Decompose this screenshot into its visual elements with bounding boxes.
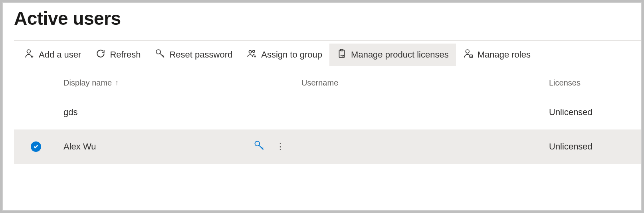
person-role-icon — [463, 48, 474, 61]
clipboard-icon — [337, 48, 347, 61]
refresh-icon — [95, 48, 106, 61]
licenses-cell: Unlicensed — [549, 107, 592, 117]
svg-point-2 — [249, 50, 252, 53]
column-licenses-label: Licenses — [549, 78, 581, 87]
sort-ascending-icon: ↑ — [115, 79, 119, 87]
display-name-cell: Alex Wu — [63, 141, 96, 152]
admin-panel: Active users Add a user — [2, 2, 642, 211]
refresh-button[interactable]: Refresh — [88, 44, 148, 66]
more-actions-icon[interactable]: ⋮ — [276, 141, 285, 152]
assign-group-label: Assign to group — [261, 50, 322, 60]
key-icon — [155, 48, 165, 61]
display-name-cell: gds — [63, 107, 77, 117]
column-display-name[interactable]: Display name ↑ — [54, 78, 301, 88]
table-row[interactable]: Alex Wu ⋮ Unlicensed — [14, 129, 641, 164]
manage-roles-button[interactable]: Manage roles — [456, 44, 538, 66]
reset-password-label: Reset password — [169, 50, 232, 60]
person-add-icon — [24, 48, 35, 61]
column-username[interactable]: Username — [301, 78, 549, 88]
svg-point-6 — [466, 50, 469, 53]
reset-password-row-icon[interactable] — [254, 140, 265, 153]
row-checkbox[interactable] — [14, 141, 54, 152]
manage-licenses-button[interactable]: Manage product licenses — [329, 44, 456, 66]
svg-point-0 — [27, 50, 31, 53]
add-user-label: Add a user — [39, 50, 81, 60]
column-licenses[interactable]: Licenses — [549, 78, 581, 88]
toolbar: Add a user Refresh Res — [14, 41, 641, 69]
checkmark-icon — [31, 141, 41, 152]
svg-point-3 — [253, 50, 255, 52]
assign-group-button[interactable]: Assign to group — [240, 44, 329, 66]
reset-password-button[interactable]: Reset password — [148, 44, 240, 66]
manage-roles-label: Manage roles — [478, 50, 531, 60]
column-display-name-label: Display name — [63, 78, 112, 88]
add-user-button[interactable]: Add a user — [17, 44, 88, 66]
licenses-cell: Unlicensed — [549, 141, 592, 151]
page-title: Active users — [14, 8, 641, 29]
table-row[interactable]: gds Unlicensed — [14, 95, 641, 129]
manage-licenses-label: Manage product licenses — [351, 50, 449, 60]
column-username-label: Username — [301, 78, 338, 87]
refresh-label: Refresh — [110, 50, 141, 60]
group-add-icon — [247, 48, 257, 61]
table-header: Display name ↑ Username Licenses — [14, 69, 641, 95]
